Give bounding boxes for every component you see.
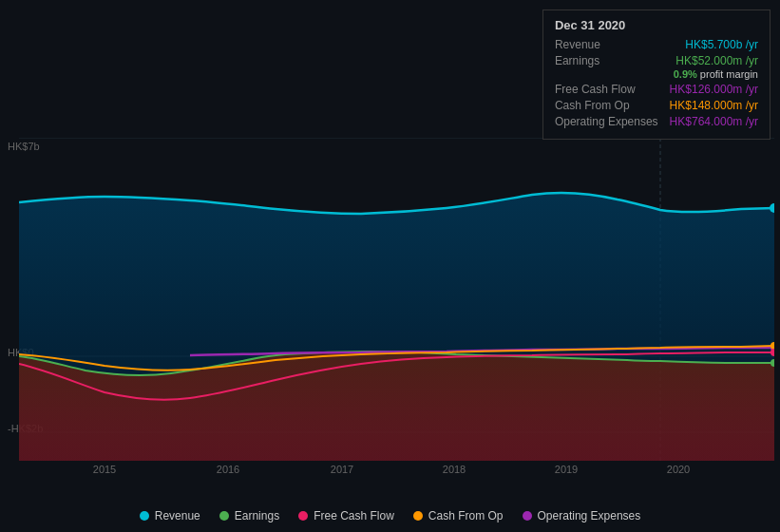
tooltip-row-opex: Operating Expenses HK$764.000m /yr (555, 115, 758, 128)
x-label-2017: 2017 (331, 464, 353, 475)
tooltip-row-cashfromop: Cash From Op HK$148.000m /yr (555, 99, 758, 112)
tooltip-row-fcf: Free Cash Flow HK$126.000m /yr (555, 83, 758, 96)
tooltip-label-cashfromop: Cash From Op (555, 99, 630, 112)
legend-item-earnings[interactable]: Earnings (219, 509, 279, 522)
legend-item-cashfromop[interactable]: Cash From Op (413, 509, 504, 522)
legend-dot-fcf (298, 511, 308, 521)
legend-item-fcf[interactable]: Free Cash Flow (298, 509, 394, 522)
tooltip-row-earnings: Earnings HK$52.000m /yr 0.9% profit marg… (555, 54, 758, 80)
tooltip-label-revenue: Revenue (555, 38, 600, 51)
legend: Revenue Earnings Free Cash Flow Cash Fro… (0, 509, 780, 522)
legend-label-earnings: Earnings (235, 509, 279, 522)
x-label-2018: 2018 (443, 464, 466, 475)
tooltip-label-fcf: Free Cash Flow (555, 83, 636, 96)
legend-dot-opex (523, 511, 532, 521)
x-label-2015: 2015 (93, 464, 116, 475)
legend-label-fcf: Free Cash Flow (314, 509, 394, 522)
x-label-2020: 2020 (667, 464, 690, 475)
tooltip-label-opex: Operating Expenses (555, 115, 658, 128)
legend-label-revenue: Revenue (155, 509, 200, 522)
tooltip-value-opex: HK$764.000m /yr (670, 115, 758, 128)
tooltip-value-fcf: HK$126.000m /yr (670, 83, 758, 96)
tooltip-date: Dec 31 2020 (555, 18, 758, 32)
legend-item-opex[interactable]: Operating Expenses (523, 509, 641, 522)
tooltip-label-earnings: Earnings (555, 54, 599, 67)
legend-dot-revenue (140, 511, 149, 521)
x-label-2019: 2019 (555, 464, 578, 475)
tooltip-value-earnings: HK$52.000m /yr (674, 54, 758, 67)
legend-item-revenue[interactable]: Revenue (140, 509, 200, 522)
legend-label-opex: Operating Expenses (538, 509, 641, 522)
chart-svg (19, 138, 774, 461)
profit-margin: 0.9% profit margin (674, 68, 758, 80)
tooltip-row-revenue: Revenue HK$5.700b /yr (555, 38, 758, 51)
tooltip-box: Dec 31 2020 Revenue HK$5.700b /yr Earnin… (542, 10, 770, 140)
legend-label-cashfromop: Cash From Op (428, 509, 504, 522)
legend-dot-cashfromop (413, 511, 423, 521)
tooltip-value-cashfromop: HK$148.000m /yr (670, 99, 758, 112)
tooltip-value-revenue: HK$5.700b /yr (685, 38, 758, 51)
legend-dot-earnings (219, 511, 229, 521)
x-label-2016: 2016 (217, 464, 239, 475)
